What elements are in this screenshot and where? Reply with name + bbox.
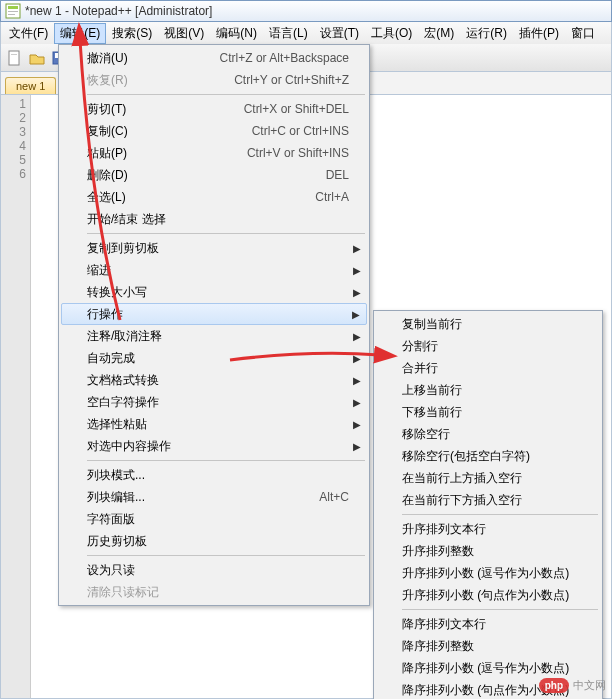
menu-separator: [402, 514, 598, 515]
submenu-item[interactable]: 移除空行: [376, 423, 600, 445]
submenu-arrow-icon: ▶: [353, 331, 361, 342]
submenu-item[interactable]: 在当前行上方插入空行: [376, 467, 600, 489]
svg-rect-2: [8, 11, 18, 12]
submenu-item[interactable]: 移除空行(包括空白字符): [376, 445, 600, 467]
submenu-item-label: 升序排列小数 (句点作为小数点): [402, 587, 569, 604]
menu-settings[interactable]: 设置(T): [314, 23, 365, 44]
menu-item-label: 列块编辑...: [87, 489, 319, 506]
submenu-arrow-icon: ▶: [353, 243, 361, 254]
submenu-item[interactable]: 升序排列文本行: [376, 518, 600, 540]
line-number: 4: [1, 139, 26, 153]
submenu-item[interactable]: 升序排列小数 (逗号作为小数点): [376, 562, 600, 584]
menu-file[interactable]: 文件(F): [3, 23, 54, 44]
menu-item[interactable]: 剪切(T)Ctrl+X or Shift+DEL: [61, 98, 367, 120]
menu-item[interactable]: 历史剪切板: [61, 530, 367, 552]
menu-item[interactable]: 撤消(U)Ctrl+Z or Alt+Backspace: [61, 47, 367, 69]
menu-item-label: 行操作: [87, 306, 349, 323]
menu-item[interactable]: 删除(D)DEL: [61, 164, 367, 186]
menu-item[interactable]: 列块编辑...Alt+C: [61, 486, 367, 508]
menu-search[interactable]: 搜索(S): [106, 23, 158, 44]
submenu-arrow-icon: ▶: [352, 309, 360, 320]
submenu-item[interactable]: 升序排列小数 (句点作为小数点): [376, 584, 600, 606]
new-file-icon[interactable]: [5, 48, 25, 68]
menu-item[interactable]: 对选中内容操作▶: [61, 435, 367, 457]
menu-item-accel: Ctrl+C or Ctrl+INS: [252, 124, 349, 138]
line-number: 6: [1, 167, 26, 181]
menu-item[interactable]: 文档格式转换▶: [61, 369, 367, 391]
menu-plugins[interactable]: 插件(P): [513, 23, 565, 44]
menu-item-label: 对选中内容操作: [87, 438, 349, 455]
menu-item-label: 历史剪切板: [87, 533, 349, 550]
submenu-item[interactable]: 下移当前行: [376, 401, 600, 423]
submenu-arrow-icon: ▶: [353, 397, 361, 408]
line-gutter: 1 2 3 4 5 6: [1, 95, 31, 698]
menu-item-label: 字符面版: [87, 511, 349, 528]
menu-encoding[interactable]: 编码(N): [210, 23, 263, 44]
menu-item-accel: Alt+C: [319, 490, 349, 504]
menu-macro[interactable]: 宏(M): [418, 23, 460, 44]
menu-item[interactable]: 列块模式...: [61, 464, 367, 486]
submenu-item[interactable]: 降序排列文本行: [376, 613, 600, 635]
menu-item[interactable]: 字符面版: [61, 508, 367, 530]
menu-item[interactable]: 复制(C)Ctrl+C or Ctrl+INS: [61, 120, 367, 142]
document-tab[interactable]: new 1: [5, 77, 56, 94]
menu-item[interactable]: 转换大小写▶: [61, 281, 367, 303]
menu-edit[interactable]: 编辑(E): [54, 23, 106, 44]
menu-item[interactable]: 复制到剪切板▶: [61, 237, 367, 259]
submenu-item[interactable]: 分割行: [376, 335, 600, 357]
line-number: 2: [1, 111, 26, 125]
line-number: 5: [1, 153, 26, 167]
edit-menu-dropdown: 撤消(U)Ctrl+Z or Alt+Backspace恢复(R)Ctrl+Y …: [58, 44, 370, 606]
menu-item[interactable]: 开始/结束 选择: [61, 208, 367, 230]
menu-separator: [87, 555, 365, 556]
menu-item[interactable]: 缩进▶: [61, 259, 367, 281]
menu-item[interactable]: 注释/取消注释▶: [61, 325, 367, 347]
menu-item-label: 文档格式转换: [87, 372, 349, 389]
submenu-item[interactable]: 降序排列小数 (逗号作为小数点): [376, 657, 600, 679]
open-file-icon[interactable]: [27, 48, 47, 68]
submenu-item-label: 合并行: [402, 360, 438, 377]
menu-item-label: 缩进: [87, 262, 349, 279]
titlebar: *new 1 - Notepad++ [Administrator]: [0, 0, 612, 22]
menu-view[interactable]: 视图(V): [158, 23, 210, 44]
menu-item-label: 剪切(T): [87, 101, 244, 118]
menu-item-label: 开始/结束 选择: [87, 211, 349, 228]
submenu-item[interactable]: 合并行: [376, 357, 600, 379]
menu-item-label: 转换大小写: [87, 284, 349, 301]
menu-item[interactable]: 空白字符操作▶: [61, 391, 367, 413]
menu-window[interactable]: 窗口: [565, 23, 601, 44]
menu-item[interactable]: 选择性粘贴▶: [61, 413, 367, 435]
menu-item[interactable]: 自动完成▶: [61, 347, 367, 369]
menu-item-accel: Ctrl+Z or Alt+Backspace: [220, 51, 349, 65]
menu-item-accel: DEL: [326, 168, 349, 182]
menu-item-accel: Ctrl+Y or Ctrl+Shift+Z: [234, 73, 349, 87]
menu-item[interactable]: 行操作▶: [61, 303, 367, 325]
submenu-arrow-icon: ▶: [353, 287, 361, 298]
menu-tools[interactable]: 工具(O): [365, 23, 418, 44]
submenu-item[interactable]: 复制当前行: [376, 313, 600, 335]
menu-item: 清除只读标记: [61, 581, 367, 603]
menu-run[interactable]: 运行(R): [460, 23, 513, 44]
submenu-item-label: 降序排列整数: [402, 638, 474, 655]
submenu-item[interactable]: 在当前行下方插入空行: [376, 489, 600, 511]
menu-item[interactable]: 全选(L)Ctrl+A: [61, 186, 367, 208]
menu-item: 恢复(R)Ctrl+Y or Ctrl+Shift+Z: [61, 69, 367, 91]
svg-rect-1: [8, 6, 18, 9]
menu-item[interactable]: 粘贴(P)Ctrl+V or Shift+INS: [61, 142, 367, 164]
submenu-item[interactable]: 上移当前行: [376, 379, 600, 401]
menu-item-label: 空白字符操作: [87, 394, 349, 411]
menu-item-accel: Ctrl+V or Shift+INS: [247, 146, 349, 160]
menu-item-label: 删除(D): [87, 167, 326, 184]
submenu-item-label: 移除空行(包括空白字符): [402, 448, 530, 465]
menu-item-label: 设为只读: [87, 562, 349, 579]
submenu-item-label: 复制当前行: [402, 316, 462, 333]
submenu-item-label: 下移当前行: [402, 404, 462, 421]
menu-language[interactable]: 语言(L): [263, 23, 314, 44]
menu-item[interactable]: 设为只读: [61, 559, 367, 581]
svg-rect-5: [11, 54, 17, 55]
menu-item-label: 自动完成: [87, 350, 349, 367]
submenu-item-label: 上移当前行: [402, 382, 462, 399]
submenu-item[interactable]: 升序排列整数: [376, 540, 600, 562]
submenu-item-label: 移除空行: [402, 426, 450, 443]
submenu-item[interactable]: 降序排列整数: [376, 635, 600, 657]
